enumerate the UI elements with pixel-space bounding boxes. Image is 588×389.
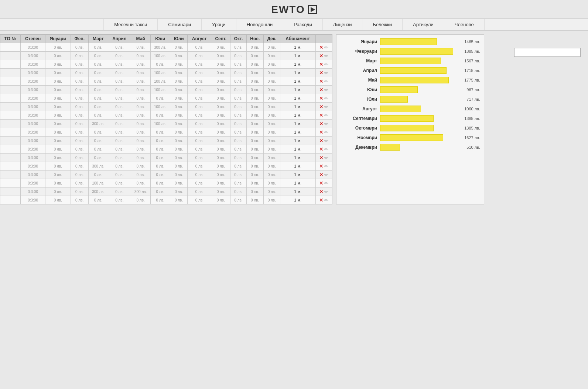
data-cell: 0 лв. <box>188 171 211 179</box>
action-cell[interactable]: ✕✏ <box>315 154 332 162</box>
data-cell: 0:3:00 <box>21 120 45 128</box>
data-cell: 0 лв. <box>108 145 131 154</box>
action-cell[interactable]: ✕✏ <box>315 111 332 120</box>
nav-mesechni-taksi[interactable]: Месечни такси <box>103 19 158 30</box>
delete-button[interactable]: ✕ <box>319 138 324 144</box>
data-cell: 0 лв. <box>211 103 230 111</box>
chart-bar <box>380 96 408 103</box>
nav-razhodi[interactable]: Разходи <box>283 19 322 30</box>
action-cell[interactable]: ✕✏ <box>315 60 332 69</box>
delete-button[interactable]: ✕ <box>319 189 324 194</box>
abonament-cell: 1 м. <box>280 94 315 103</box>
action-cell[interactable]: ✕✏ <box>315 162 332 171</box>
action-cell[interactable]: ✕✏ <box>315 94 332 103</box>
delete-button[interactable]: ✕ <box>319 87 324 93</box>
edit-button[interactable]: ✏ <box>324 172 328 178</box>
data-cell: 0 лв. <box>170 120 188 128</box>
delete-button[interactable]: ✕ <box>319 61 324 67</box>
nav-artikuli[interactable]: Артикули <box>403 19 444 30</box>
abonament-cell: 1 м. <box>280 196 315 204</box>
chart-bar-container <box>380 96 453 103</box>
chart-bar <box>380 86 418 93</box>
data-cell: 0 лв. <box>246 111 263 120</box>
delete-button[interactable]: ✕ <box>319 53 324 59</box>
action-cell[interactable]: ✕✏ <box>315 171 332 179</box>
data-cell: 0:3:00 <box>21 196 45 204</box>
data-cell: 0 лв. <box>131 94 150 103</box>
delete-button[interactable]: ✕ <box>319 112 324 118</box>
delete-button[interactable]: ✕ <box>319 172 324 178</box>
delete-button[interactable]: ✕ <box>319 163 324 169</box>
delete-button[interactable]: ✕ <box>319 129 324 135</box>
delete-button[interactable]: ✕ <box>319 146 324 152</box>
delete-button[interactable]: ✕ <box>319 121 324 127</box>
edit-button[interactable]: ✏ <box>324 70 328 76</box>
nav-seminari[interactable]: Семинари <box>158 19 202 30</box>
edit-button[interactable]: ✏ <box>324 62 328 67</box>
data-cell: 0 лв. <box>246 137 263 145</box>
nav-novodoшli[interactable]: Новодошли <box>236 19 283 30</box>
action-cell[interactable]: ✕✏ <box>315 128 332 137</box>
search-input[interactable] <box>514 48 581 57</box>
nav-uroci[interactable]: Уроци <box>202 19 236 30</box>
edit-button[interactable]: ✏ <box>324 155 328 161</box>
data-cell: 0 лв. <box>230 145 246 154</box>
edit-button[interactable]: ✏ <box>324 163 328 169</box>
data-cell: 0 лв. <box>246 128 263 137</box>
edit-button[interactable]: ✏ <box>324 121 328 127</box>
action-cell[interactable]: ✕✏ <box>315 69 332 77</box>
edit-button[interactable]: ✏ <box>324 189 328 194</box>
data-cell: 0 лв. <box>188 52 211 60</box>
data-cell: 0 лв. <box>230 111 246 120</box>
data-cell: 0 лв. <box>150 94 170 103</box>
action-cell[interactable]: ✕✏ <box>315 103 332 111</box>
action-cell[interactable]: ✕✏ <box>315 43 332 52</box>
edit-button[interactable]: ✏ <box>324 45 328 50</box>
data-cell: 100 лв. <box>150 120 170 128</box>
data-cell: 0 лв. <box>230 128 246 137</box>
action-cell[interactable]: ✕✏ <box>315 145 332 154</box>
edit-button[interactable]: ✏ <box>324 113 328 118</box>
edit-button[interactable]: ✏ <box>324 147 328 152</box>
action-cell[interactable]: ✕✏ <box>315 179 332 187</box>
delete-button[interactable]: ✕ <box>319 104 324 110</box>
delete-button[interactable]: ✕ <box>319 44 324 50</box>
delete-button[interactable]: ✕ <box>319 197 324 203</box>
edit-button[interactable]: ✏ <box>324 96 328 101</box>
action-cell[interactable]: ✕✏ <box>315 137 332 145</box>
col-to-no: ТО № <box>0 35 21 43</box>
action-cell[interactable]: ✕✏ <box>315 77 332 86</box>
action-cell[interactable]: ✕✏ <box>315 86 332 94</box>
edit-button[interactable]: ✏ <box>324 130 328 135</box>
nav-chlenovе[interactable]: Членове <box>444 19 485 30</box>
data-cell: 0 лв. <box>108 52 131 60</box>
edit-button[interactable]: ✏ <box>324 180 328 186</box>
chart-bar <box>380 106 421 112</box>
data-cell: 0 лв. <box>170 154 188 162</box>
data-cell: 0 лв. <box>71 187 88 196</box>
action-cell[interactable]: ✕✏ <box>315 120 332 128</box>
edit-button[interactable]: ✏ <box>324 138 328 144</box>
delete-button[interactable]: ✕ <box>319 155 324 161</box>
action-cell[interactable]: ✕✏ <box>315 187 332 196</box>
edit-button[interactable]: ✏ <box>324 104 328 110</box>
col-mart: Март <box>88 35 108 43</box>
action-cell[interactable]: ✕✏ <box>315 52 332 60</box>
delete-button[interactable]: ✕ <box>319 78 324 84</box>
table-row: 0:3:000 лв.0 лв.0 лв.0 лв.0 лв.0 лв.0 лв… <box>0 94 332 103</box>
nav-belezhki[interactable]: Бележки <box>362 19 403 30</box>
edit-button[interactable]: ✏ <box>324 197 328 203</box>
edit-button[interactable]: ✏ <box>324 79 328 84</box>
abonament-cell: 1 м. <box>280 120 315 128</box>
delete-button[interactable]: ✕ <box>319 180 324 186</box>
action-cell[interactable]: ✕✏ <box>315 196 332 204</box>
delete-button[interactable]: ✕ <box>319 70 324 76</box>
data-cell: 0 лв. <box>108 196 131 204</box>
edit-button[interactable]: ✏ <box>324 87 328 93</box>
delete-button[interactable]: ✕ <box>319 95 324 101</box>
data-cell: 0 лв. <box>230 179 246 187</box>
data-cell: 0 лв. <box>131 69 150 77</box>
data-cell: 0 лв. <box>108 69 131 77</box>
nav-licenzi[interactable]: Лицензи <box>323 19 363 30</box>
edit-button[interactable]: ✏ <box>324 53 328 59</box>
